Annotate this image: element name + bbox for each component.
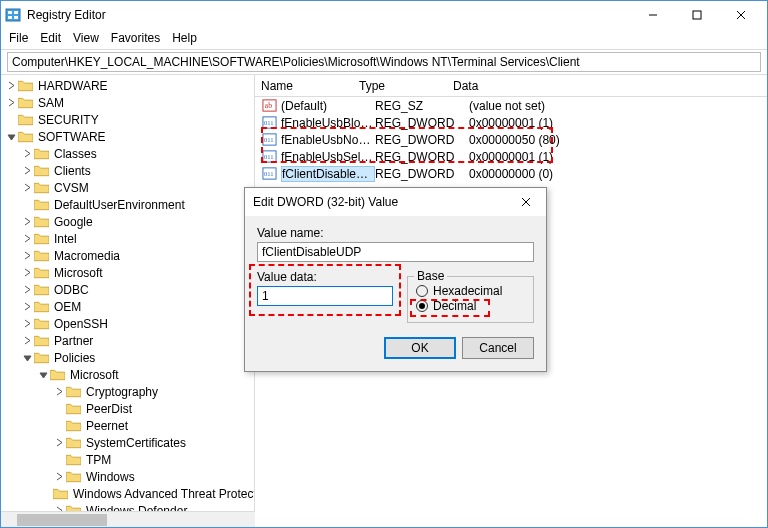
svg-marker-9 — [8, 135, 15, 140]
header-name[interactable]: Name — [261, 79, 359, 93]
ok-button[interactable]: OK — [384, 337, 456, 359]
folder-icon — [33, 147, 49, 161]
value-row[interactable]: 011fClientDisableUDPREG_DWORD0x00000000 … — [257, 165, 765, 182]
menu-edit[interactable]: Edit — [40, 31, 61, 45]
tree-pane[interactable]: HARDWARE SAM SECURITY SOFTWARE Classes C… — [1, 75, 255, 511]
value-data: 0x00000001 (1) — [469, 150, 765, 164]
window-controls — [631, 1, 763, 29]
folder-icon — [33, 334, 49, 348]
value-type: REG_DWORD — [375, 133, 469, 147]
cancel-button[interactable]: Cancel — [462, 337, 534, 359]
folder-icon — [33, 266, 49, 280]
list-header: Name Type Data — [255, 75, 767, 97]
folder-icon — [33, 283, 49, 297]
tree-windows[interactable]: Windows — [53, 468, 254, 485]
tree-scrollbar-horizontal[interactable] — [1, 511, 255, 527]
tree-macromedia[interactable]: Macromedia — [21, 247, 254, 264]
folder-icon — [49, 368, 65, 382]
tree-policies[interactable]: Policies — [21, 349, 254, 366]
folder-icon — [33, 300, 49, 314]
svg-rect-4 — [14, 16, 18, 19]
value-row[interactable]: ab(Default)REG_SZ(value not set) — [257, 97, 765, 114]
tree-cryptography[interactable]: Cryptography — [53, 383, 254, 400]
scrollbar-thumb[interactable] — [17, 514, 107, 526]
tree-openssh[interactable]: OpenSSH — [21, 315, 254, 332]
tree-hardware[interactable]: HARDWARE — [5, 77, 254, 94]
folder-icon — [33, 215, 49, 229]
svg-text:ab: ab — [264, 101, 271, 110]
value-name-input[interactable] — [257, 242, 534, 262]
tree-defuserenv[interactable]: DefaultUserEnvironment — [21, 196, 254, 213]
value-data: 0x00000001 (1) — [469, 116, 765, 130]
value-row[interactable]: 011fEnableUsbBloc...REG_DWORD0x00000001 … — [257, 114, 765, 131]
folder-icon — [33, 232, 49, 246]
maximize-button[interactable] — [675, 1, 719, 29]
tree-microsoft-sw[interactable]: Microsoft — [21, 264, 254, 281]
tree-software[interactable]: SOFTWARE — [5, 128, 254, 145]
folder-icon — [33, 249, 49, 263]
radio-decimal[interactable]: Decimal — [416, 299, 525, 313]
tree-partner[interactable]: Partner — [21, 332, 254, 349]
value-name: fEnableUsbNoA... — [281, 133, 375, 147]
value-data: (value not set) — [469, 99, 765, 113]
value-row[interactable]: 011fEnableUsbNoA...REG_DWORD0x00000050 (… — [257, 131, 765, 148]
radio-hexadecimal[interactable]: Hexadecimal — [416, 284, 525, 298]
tree-peerdist[interactable]: PeerDist — [53, 400, 254, 417]
folder-icon — [33, 317, 49, 331]
dialog-buttons: OK Cancel — [245, 327, 546, 371]
value-data-input[interactable] — [257, 286, 393, 306]
tree-watp[interactable]: Windows Advanced Threat Protection — [53, 485, 254, 502]
folder-icon — [65, 436, 81, 450]
folder-icon — [65, 385, 81, 399]
minimize-button[interactable] — [631, 1, 675, 29]
menu-view[interactable]: View — [73, 31, 99, 45]
tree-intel[interactable]: Intel — [21, 230, 254, 247]
menu-bar: File Edit View Favorites Help — [1, 29, 767, 49]
tree-syscert[interactable]: SystemCertificates — [53, 434, 254, 451]
tree-security[interactable]: SECURITY — [5, 111, 254, 128]
menu-file[interactable]: File — [9, 31, 28, 45]
svg-text:011: 011 — [263, 136, 273, 143]
radio-icon — [416, 300, 428, 312]
registry-editor-window: Registry Editor File Edit View Favorites… — [0, 0, 768, 528]
tree-odbc[interactable]: ODBC — [21, 281, 254, 298]
tree-clients[interactable]: Clients — [21, 162, 254, 179]
value-name-label: Value name: — [257, 226, 534, 240]
radio-icon — [416, 285, 428, 297]
base-fieldset: Base Hexadecimal Decimal — [407, 276, 534, 323]
tree-cvsm[interactable]: CVSM — [21, 179, 254, 196]
menu-favorites[interactable]: Favorites — [111, 31, 160, 45]
folder-icon — [17, 79, 33, 93]
value-data-label: Value data: — [257, 270, 393, 284]
base-legend: Base — [414, 269, 447, 283]
tree-google[interactable]: Google — [21, 213, 254, 230]
close-button[interactable] — [719, 1, 763, 29]
value-name: fEnableUsbSelec... — [281, 150, 375, 164]
folder-icon — [17, 96, 33, 110]
svg-text:011: 011 — [263, 153, 273, 160]
edit-dword-dialog: Edit DWORD (32-bit) Value Value name: Va… — [244, 187, 547, 372]
tree-oem[interactable]: OEM — [21, 298, 254, 315]
menu-help[interactable]: Help — [172, 31, 197, 45]
svg-rect-3 — [8, 16, 12, 19]
tree-sam[interactable]: SAM — [5, 94, 254, 111]
string-value-icon: ab — [261, 98, 277, 114]
value-row[interactable]: 011fEnableUsbSelec...REG_DWORD0x00000001… — [257, 148, 765, 165]
value-type: REG_DWORD — [375, 167, 469, 181]
dialog-title-bar[interactable]: Edit DWORD (32-bit) Value — [245, 188, 546, 216]
svg-marker-10 — [24, 356, 31, 361]
tree-defender[interactable]: Windows Defender — [53, 502, 254, 511]
dword-value-icon: 011 — [261, 115, 277, 131]
tree-microsoft[interactable]: Microsoft — [37, 366, 254, 383]
tree-peernet[interactable]: Peernet — [53, 417, 254, 434]
address-input[interactable] — [7, 52, 761, 72]
header-data[interactable]: Data — [453, 79, 767, 93]
value-type: REG_DWORD — [375, 116, 469, 130]
folder-icon — [65, 470, 81, 484]
dialog-close-button[interactable] — [514, 192, 538, 212]
folder-icon — [33, 351, 49, 365]
folder-icon — [65, 419, 81, 433]
tree-tpm[interactable]: TPM — [53, 451, 254, 468]
tree-classes[interactable]: Classes — [21, 145, 254, 162]
header-type[interactable]: Type — [359, 79, 453, 93]
